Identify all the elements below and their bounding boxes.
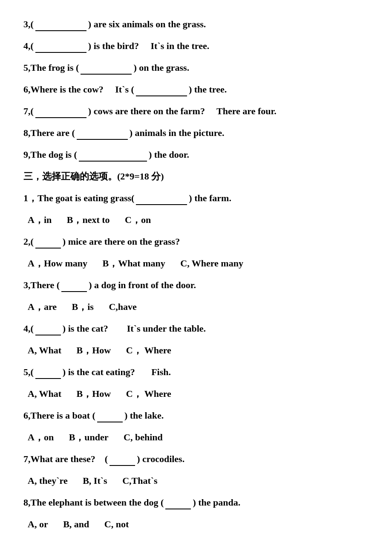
s3q4-opt-c: C， Where (126, 343, 171, 357)
s3q8-opt-a: A, or (28, 517, 48, 531)
q4-text: 4,() is the bird? It`s in the tree. (23, 40, 209, 51)
s3q8-text: 8,The elephant is between the dog () the… (23, 497, 240, 508)
s3q7-opt-b: B, It`s (83, 474, 107, 488)
s3-question-5: 5,() is the cat eating? Fish. (23, 365, 369, 379)
question-6: 6,Where is the cow? It`s () the tree. (23, 82, 369, 96)
s3-options-7: A, they`re B, It`s C,That`s (23, 474, 369, 488)
s3q2-opt-c: C, Where many (180, 256, 243, 270)
s3q5-text: 5,() is the cat eating? Fish. (23, 367, 171, 377)
s3q7-text: 7,What are these? () crocodiles. (23, 454, 184, 464)
s3-question-4: 4,() is the cat? It`s under the table. (23, 321, 369, 335)
s3q3-opt-a: A，are (28, 300, 57, 314)
s3-options-2: A，How many B，What many C, Where many (23, 256, 369, 270)
s3q8-opt-b: B, and (63, 517, 89, 531)
question-8: 8,There are () animals in the picture. (23, 126, 369, 140)
s3-options-4: A, What B，How C， Where (23, 343, 369, 357)
s3q2-text: 2,() mice are there on the grass? (23, 236, 180, 247)
s3-options-1: A，in B，next to C，on (23, 213, 369, 227)
s3q4-opt-b: B，How (77, 343, 111, 357)
s3q1-opt-b: B，next to (67, 213, 110, 227)
s3-question-2: 2,() mice are there on the grass? (23, 234, 369, 249)
s3-options-6: A，on B，under C, behind (23, 430, 369, 444)
s3q5-opt-a: A, What (28, 387, 61, 401)
s3q3-opt-c: C,have (109, 300, 136, 314)
question-7: 7,() cows are there on the farm? There a… (23, 104, 369, 118)
q5-text: 5,The frog is () on the grass. (23, 62, 189, 73)
s3-question-3: 3,There () a dog in front of the door. (23, 278, 369, 292)
s3q4-text: 4,() is the cat? It`s under the table. (23, 323, 206, 334)
s3q1-text: 1，The goat is eating grass() the farm. (23, 193, 231, 203)
s3q7-opt-c: C,That`s (122, 474, 158, 488)
s3-options-3: A，are B，is C,have (23, 300, 369, 314)
s3q5-opt-c: C， Where (126, 387, 171, 401)
section3-title: 三，选择正确的选项。(2*9=18 分) (23, 171, 164, 182)
s3q8-opt-c: C, not (104, 517, 129, 531)
s3q3-opt-b: B，is (72, 300, 94, 314)
q7-text: 7,() cows are there on the farm? There a… (23, 106, 277, 116)
s3-question-1: 1，The goat is eating grass() the farm. (23, 191, 369, 205)
s3-question-8: 8,The elephant is between the dog () the… (23, 495, 369, 509)
s3q4-opt-a: A, What (28, 343, 61, 357)
s3q6-opt-b: B，under (69, 430, 109, 444)
s3q2-opt-a: A，How many (28, 256, 87, 270)
section3-header: 三，选择正确的选项。(2*9=18 分) (23, 169, 369, 183)
question-4: 4,() is the bird? It`s in the tree. (23, 39, 369, 53)
q3-text: 3,() are six animals on the grass. (23, 19, 206, 29)
question-5: 5,The frog is () on the grass. (23, 61, 369, 75)
s3q1-opt-a: A，in (28, 213, 52, 227)
question-9: 9,The dog is () the door. (23, 147, 369, 162)
q9-text: 9,The dog is () the door. (23, 149, 189, 160)
question-3: 3,() are six animals on the grass. (23, 17, 369, 31)
s3-options-5: A, What B，How C， Where (23, 387, 369, 401)
q6-text: 6,Where is the cow? It`s () the tree. (23, 84, 227, 95)
s3-question-6: 6,There is a boat () the lake. (23, 408, 369, 422)
s3q1-opt-c: C，on (125, 213, 151, 227)
s3q2-opt-b: B，What many (102, 256, 165, 270)
s3q6-opt-a: A，on (28, 430, 54, 444)
s3q5-opt-b: B，How (77, 387, 111, 401)
s3-options-8: A, or B, and C, not (23, 517, 369, 531)
s3q6-opt-c: C, behind (124, 430, 163, 444)
s3q3-text: 3,There () a dog in front of the door. (23, 280, 196, 290)
s3q6-text: 6,There is a boat () the lake. (23, 410, 164, 421)
s3-question-7: 7,What are these? () crocodiles. (23, 452, 369, 466)
s3q7-opt-a: A, they`re (28, 474, 68, 488)
q8-text: 8,There are () animals in the picture. (23, 127, 224, 138)
